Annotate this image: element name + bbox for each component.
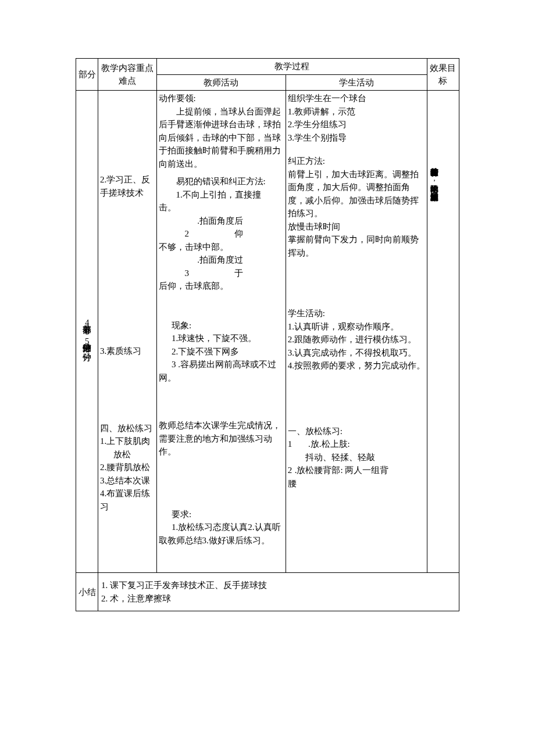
hdr-process: 教学过程 — [156, 59, 427, 75]
lesson-plan-table: 部分 教学内容重点难点 教学过程 效果目标 教师活动 学生活动 基本部分40分钟… — [76, 58, 459, 611]
effect-cell: 养生苦劳精冲养生体誉和结爱松 ，松体培学吃耐的，培学集荣戚乙团友精版一神版︿ — [427, 91, 459, 573]
tb-3: 3 .容易搓出网前高球或不过网。 — [159, 358, 284, 384]
content-item-3: 3.素质练习 — [100, 345, 154, 358]
content-item-4-1b: 放松 — [100, 448, 154, 461]
td-body: 1.放松练习态度认真2.认真听取教师总结3.做好课后练习。 — [159, 521, 284, 547]
ta-title: 动作要领: — [159, 92, 284, 105]
student-cell: 组织学生在一个球台 1.教师讲解，示范 2.学生分组练习 3.学生个别指导 纠正… — [286, 91, 427, 573]
ta-err1: 1.不向上引拍，直接撞 — [159, 188, 284, 202]
sa-3: 3.学生个别指导 — [288, 131, 425, 145]
ta-err3n: 3 — [172, 267, 182, 280]
hdr-teacher: 教师活动 — [156, 74, 286, 91]
sc-2n: 2 — [288, 464, 295, 477]
header-row-1: 部分 教学内容重点难点 教学过程 效果目标 — [76, 59, 459, 75]
sb-1: 1.认真听讲，观察动作顺序。 — [288, 320, 425, 334]
sa-2: 2.学生分组练习 — [288, 118, 425, 131]
ta-err2: .拍面角度后仰 — [182, 214, 243, 241]
summary-line-1: 1. 课下复习正手发奔球技术正、反手搓球技 — [101, 579, 456, 592]
sb-3: 3.认真完成动作，不得投机取巧。 — [288, 346, 425, 360]
summary-content-cell: 1. 课下复习正手发奔球技术正、反手搓球技 2. 术，注意摩擦球 — [98, 573, 459, 611]
tc-body: 教师总结本次课学生完成情况，需要注意的地方和加强练习动作。 — [159, 419, 284, 458]
ta-err1b: 击。 — [159, 201, 284, 214]
sb-4: 4.按照教师的要求，努力完成动作。 — [288, 359, 425, 372]
ta-err2n: 2 — [172, 227, 182, 241]
hdr-effect: 效果目标 — [427, 59, 459, 91]
sc-1n: 1 — [288, 438, 295, 451]
body-row: 基本部分40分钟结束部分5分钟 2.学习正、反手搓球技术 3.素质练习 四、放松… — [76, 91, 459, 573]
sc-2b: 腰 — [288, 477, 425, 490]
ta-err3b: 后仰，击球底部。 — [159, 280, 284, 293]
ta-err3: .拍面角度过于 — [182, 253, 243, 280]
teacher-cell: 动作要领: 上提前倾，当球从台面弹起后手臂逐渐伸进球台击球，球拍向后倾斜，击球的… — [156, 91, 286, 573]
content-item-2: 2.学习正、反手搓球技术 — [100, 173, 154, 199]
sa-fix-slow: 放慢击球时间 — [288, 220, 425, 234]
content-cell: 2.学习正、反手搓球技术 3.素质练习 四、放松练习 1.上下肢肌肉 放松 2.… — [98, 91, 156, 573]
sa-fix-title: 纠正方法: — [288, 155, 425, 168]
ta-body1: 上提前倾，当球从台面弹起后手臂逐渐伸进球台击球，球拍向后倾斜，击球的中下部，当球… — [159, 105, 284, 171]
tb-title: 现象: — [159, 319, 284, 332]
content-item-4-3: 3.总结本次课 — [100, 474, 154, 488]
sb-2: 2.跟随教师动作，进行模仿练习。 — [288, 333, 425, 346]
sa-org: 组织学生在一个球台 — [288, 92, 425, 105]
section-label: 基本部分40分钟结束部分5分钟 — [83, 318, 92, 346]
section-cell: 基本部分40分钟结束部分5分钟 — [76, 91, 98, 573]
sa-fix-grip: 掌握前臂向下发力，同时向前顺势挥动。 — [288, 233, 425, 259]
hdr-content: 教学内容重点难点 — [98, 59, 156, 91]
sb-title: 学生活动: — [288, 307, 425, 320]
content-item-4-title: 四、放松练习 — [100, 422, 154, 435]
ta-title2: 易犯的错误和纠正方法: — [159, 175, 284, 188]
sc-title: 一、放松练习: — [288, 425, 425, 438]
content-item-4-2: 2.腰背肌放松 — [100, 461, 154, 474]
hdr-section: 部分 — [76, 59, 98, 91]
td-title: 要求: — [159, 508, 284, 521]
sc-1b: 抖动、轻揉、轻敲 — [288, 451, 425, 464]
summary-label: 小结 — [79, 587, 96, 597]
sc-2: .放松腰背部: 两人一组背 — [295, 464, 389, 477]
content-item-4-1: 1.上下肢肌肉 — [100, 435, 154, 448]
tb-2: 2.下旋不强下网多 — [159, 345, 284, 359]
tb-1: 1.球速快，下旋不强。 — [159, 332, 284, 345]
summary-label-cell: 小结 — [76, 573, 98, 611]
sa-1: 1.教师讲解，示范 — [288, 105, 425, 119]
ta-err2b: 不够，击球中部。 — [159, 241, 284, 254]
summary-line-2: 2. 术，注意摩擦球 — [101, 592, 456, 605]
content-item-4-4: 4.布置课后练习 — [100, 487, 154, 513]
sc-1: .放.松上肢: — [295, 438, 350, 451]
summary-row: 小结 1. 课下复习正手发奔球技术正、反手搓球技 2. 术，注意摩擦球 — [76, 573, 459, 611]
sa-fix-body: 前臂上引，加大击球距离。调整拍面角度，加大后仰。调整拍面角度，减小后仰。加强击球… — [288, 168, 425, 220]
hdr-student: 学生活动 — [286, 74, 427, 91]
effect-text-2: ，松体培学吃耐的，培学集荣戚乙团友精版一神版︿ — [430, 170, 438, 187]
